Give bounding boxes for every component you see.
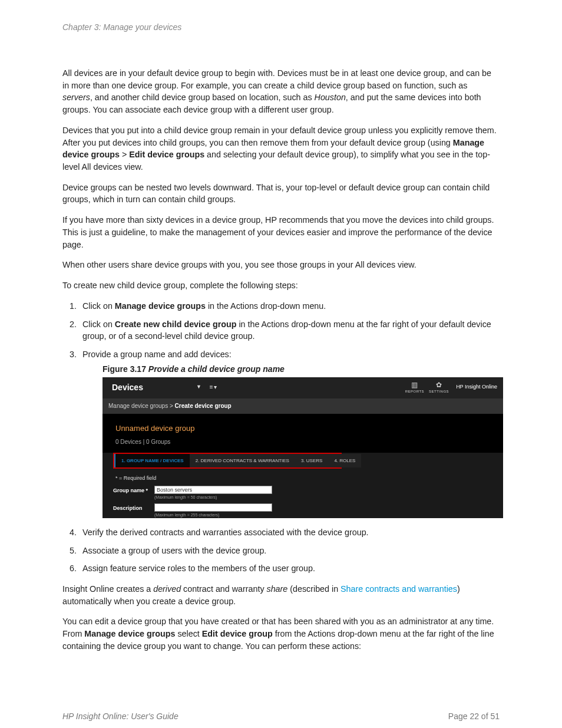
paragraph: When other users share device groups wit… xyxy=(62,259,500,271)
step-item: Provide a group name and add devices: Fi… xyxy=(79,348,500,518)
text: select xyxy=(175,629,201,638)
text: Click on xyxy=(82,301,115,311)
text-italic: share xyxy=(267,584,288,594)
text-bold: Edit device groups xyxy=(129,150,204,159)
text: in the Actions drop-down menu. xyxy=(206,301,326,311)
tab-derived-contracts[interactable]: 2. DERIVED CONTRACTS & WARRANTIES xyxy=(190,454,295,468)
figure-screenshot: Devices ▼ ≡▾ ▥ REPORTS ✿ SETTINGS xyxy=(103,377,503,518)
settings-button[interactable]: ✿ SETTINGS xyxy=(429,381,449,393)
figure-number: Figure 3.17 xyxy=(103,364,146,374)
text: Devices that you put into a child device… xyxy=(62,126,497,147)
dropdown-caret-icon: ▼ xyxy=(196,383,201,391)
step-item: Verify the derived contracts and warrant… xyxy=(79,526,500,539)
step-item: Assign feature service roles to the memb… xyxy=(79,562,500,575)
reports-label: REPORTS xyxy=(405,390,424,393)
description-input[interactable] xyxy=(154,503,272,512)
tab-users[interactable]: 3. USERS xyxy=(295,454,328,468)
brand-label: HP Insight Online xyxy=(456,383,497,391)
reports-icon: ▥ xyxy=(411,381,418,388)
footer-page-number: Page 22 of 51 xyxy=(448,711,500,721)
tab-group-name-devices[interactable]: 1. GROUP NAME / DEVICES xyxy=(114,454,190,468)
group-title: Unnamed device group xyxy=(115,423,492,434)
description-label: Description xyxy=(113,503,154,512)
groupname-label: Group name * xyxy=(113,486,154,495)
footer-doc-title: HP Insight Online: User's Guide xyxy=(62,711,178,721)
paragraph: Devices that you put into a child device… xyxy=(62,124,500,173)
paragraph: Insight Online creates a derived contrac… xyxy=(62,583,500,607)
text: contract and warranty xyxy=(181,584,266,594)
figure-caption: Figure 3.17 Provide a child device group… xyxy=(103,363,500,375)
figure-title: Provide a child device group name xyxy=(148,364,285,374)
group-counts: 0 Devices | 0 Groups xyxy=(115,438,492,447)
groupname-input[interactable] xyxy=(154,486,272,494)
chapter-heading: Chapter 3: Manage your devices xyxy=(62,22,500,32)
breadcrumb: Manage device groups > Create device gro… xyxy=(103,398,503,414)
breadcrumb-current: Create device group xyxy=(175,403,232,409)
text: (described in xyxy=(287,584,340,594)
text: Insight Online creates a xyxy=(62,584,153,594)
menu-list-icon: ≡▾ xyxy=(210,383,217,392)
reports-button[interactable]: ▥ REPORTS xyxy=(405,381,424,393)
text-italic: Houston xyxy=(315,93,346,102)
text-bold: Manage device groups xyxy=(84,629,175,638)
groupname-hint: (Maximum length = 50 characters) xyxy=(154,495,272,500)
text: Provide a group name and add devices: xyxy=(82,350,232,359)
text-italic: derived xyxy=(153,584,181,594)
share-contracts-link[interactable]: Share contracts and warranties xyxy=(340,584,457,594)
paragraph: Device groups can be nested two levels d… xyxy=(62,182,500,206)
step-item: Associate a group of users with the devi… xyxy=(79,545,500,557)
text-italic: servers xyxy=(62,93,90,102)
settings-label: SETTINGS xyxy=(429,390,449,393)
description-hint: (Maximum length = 255 characters) xyxy=(154,512,272,518)
step-item: Click on Create new child device group i… xyxy=(79,318,500,342)
wizard-tabs: 1. GROUP NAME / DEVICES 2. DERIVED CONTR… xyxy=(113,453,342,469)
text-bold: Create new child device group xyxy=(115,319,237,329)
paragraph: All devices are in your default device g… xyxy=(62,67,500,116)
paragraph: To create new child device group, comple… xyxy=(62,279,500,292)
paragraph: If you have more than sixty devices in a… xyxy=(62,214,500,251)
app-header: Devices ▼ ≡▾ ▥ REPORTS ✿ SETTINGS xyxy=(103,377,503,398)
tab-roles[interactable]: 4. ROLES xyxy=(328,454,361,468)
page-footer: HP Insight Online: User's Guide Page 22 … xyxy=(62,711,500,721)
required-note: * = Required field xyxy=(115,475,492,482)
text-bold: Edit device group xyxy=(202,629,273,638)
text: All devices are in your default device g… xyxy=(62,68,491,90)
header-title: Devices xyxy=(112,381,143,393)
header-dropdown[interactable]: ▼ ≡▾ xyxy=(196,383,217,392)
text: Click on xyxy=(82,319,115,329)
text: , and another child device group based o… xyxy=(90,93,315,102)
paragraph: You can edit a device group that you hav… xyxy=(62,615,500,652)
step-item: Click on Manage device groups in the Act… xyxy=(79,300,500,312)
text-bold: Manage device groups xyxy=(115,301,206,311)
gear-icon: ✿ xyxy=(436,381,442,388)
text: > xyxy=(120,150,129,159)
breadcrumb-parent[interactable]: Manage device groups > xyxy=(108,403,175,409)
